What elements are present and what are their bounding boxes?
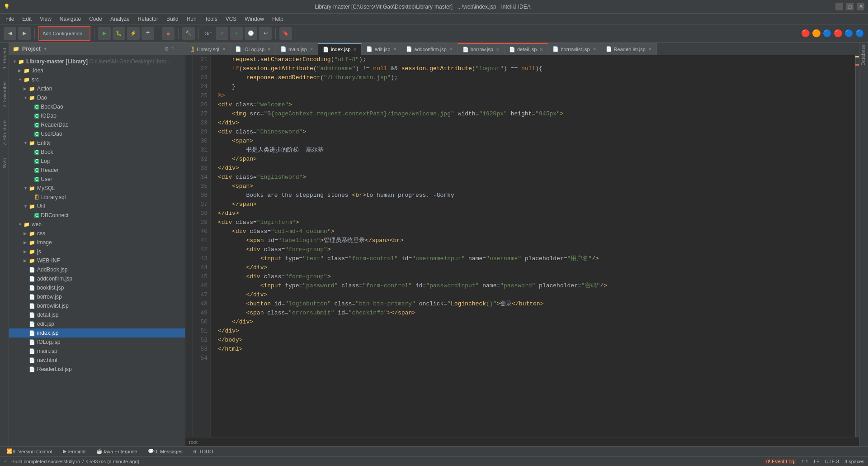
opera-icon[interactable]: 🔴 bbox=[834, 29, 843, 38]
database-panel-label[interactable]: Database bbox=[859, 43, 868, 67]
mainjsp-tab-close[interactable]: ✕ bbox=[310, 47, 313, 52]
menu-edit[interactable]: Edit bbox=[19, 15, 35, 23]
menu-run[interactable]: Run bbox=[183, 15, 200, 23]
tab-iologjsp[interactable]: 📄 IOLog.jsp ✕ bbox=[231, 43, 276, 55]
menu-refactor[interactable]: Refactor bbox=[134, 15, 162, 23]
messages-tab[interactable]: 💬 0: Messages bbox=[143, 447, 187, 456]
readerlistjsp-tab-close[interactable]: ✕ bbox=[648, 47, 652, 52]
panel-structure-label[interactable]: Z-Structure bbox=[1, 119, 8, 147]
tree-item-util[interactable]: ▼ 📁 Util bbox=[9, 202, 185, 211]
maximize-button[interactable]: □ bbox=[846, 3, 854, 10]
toolbar-back-button[interactable]: ◀ bbox=[4, 27, 16, 40]
menu-navigate[interactable]: Navigate bbox=[56, 15, 85, 23]
tree-item-readerdao[interactable]: C ReaderDao bbox=[9, 120, 185, 129]
tree-item-dao[interactable]: ▼ 📁 Dao bbox=[9, 93, 185, 102]
edge-icon[interactable]: 🔵 bbox=[823, 29, 832, 38]
tree-item-addbook[interactable]: 📄 AddBook.jsp bbox=[9, 265, 185, 274]
git-revert-button[interactable]: ↩ bbox=[259, 27, 272, 40]
librarysql-tab-close[interactable]: ✕ bbox=[222, 47, 226, 52]
tree-item-editjsp[interactable]: 📄 edit.jsp bbox=[9, 319, 185, 328]
version-control-tab[interactable]: 🔀 9: Version Control bbox=[2, 447, 57, 456]
tree-item-borrowjsp[interactable]: 📄 borrow.jsp bbox=[9, 292, 185, 301]
ie-icon[interactable]: 🔵 bbox=[844, 29, 854, 38]
tree-item-js[interactable]: ▶ 📁 js bbox=[9, 247, 185, 256]
menu-view[interactable]: View bbox=[36, 15, 55, 23]
tree-item-iologjsp[interactable]: 📄 IOLog.jsp bbox=[9, 338, 185, 347]
safari-icon[interactable]: 🔵 bbox=[855, 29, 864, 38]
tab-readerlistjsp[interactable]: 📄 ReaderList.jsp ✕ bbox=[601, 43, 657, 55]
tree-item-mysql[interactable]: ▼ 📁 MySQL bbox=[9, 184, 185, 193]
todo-tab[interactable]: 6: TODO bbox=[189, 447, 218, 456]
menu-help[interactable]: Help bbox=[269, 15, 287, 23]
tree-item-readerlistjsp[interactable]: 📄 ReaderList.jsp bbox=[9, 365, 185, 374]
tree-item-src[interactable]: ▼ 📁 src bbox=[9, 75, 185, 84]
borrowjsp-tab-close[interactable]: ✕ bbox=[496, 47, 500, 52]
addconfirmjsp-tab-close[interactable]: ✕ bbox=[449, 47, 453, 52]
code-content[interactable]: request.setCharacterEncoding("utf-8"); i… bbox=[211, 55, 855, 437]
tree-item-idea[interactable]: ▶ 📁 .idea bbox=[9, 66, 185, 75]
menu-window[interactable]: Window bbox=[241, 15, 268, 23]
code-editor[interactable]: 21222324 25262728 29303132 33343536 3738… bbox=[185, 55, 859, 437]
tree-root[interactable]: ▼ 📁 Library-master [Library] C:\Users\Mr… bbox=[9, 57, 185, 66]
chrome-icon[interactable]: 🔴 bbox=[801, 29, 810, 38]
tree-item-css[interactable]: ▶ 📁 css bbox=[9, 229, 185, 238]
detailjsp-tab-close[interactable]: ✕ bbox=[539, 47, 543, 52]
tree-item-image[interactable]: ▶ 📁 image bbox=[9, 238, 185, 247]
tab-addconfirmjsp[interactable]: 📄 addconfirm.jsp ✕ bbox=[401, 43, 458, 55]
project-minimize-button[interactable]: — bbox=[176, 46, 181, 52]
bookmarks-button[interactable]: 🔖 bbox=[279, 27, 292, 40]
tree-item-addconfirmjsp[interactable]: 📄 addconfirm.jsp bbox=[9, 274, 185, 283]
menu-tools[interactable]: Tools bbox=[201, 15, 221, 23]
git-commit-button[interactable]: ✓ bbox=[216, 27, 228, 40]
tab-indexjsp[interactable]: 📄 index.jsp ✕ bbox=[318, 43, 362, 55]
tree-item-borrowlistjsp[interactable]: 📄 borrowlist.jsp bbox=[9, 301, 185, 310]
tree-item-detailjsp[interactable]: 📄 detail.jsp bbox=[9, 310, 185, 319]
tree-item-iodao[interactable]: C IODao bbox=[9, 111, 185, 120]
panel-project-label[interactable]: 1: Project bbox=[1, 46, 8, 71]
menu-file[interactable]: File bbox=[2, 15, 18, 23]
stop-button[interactable]: ■ bbox=[162, 27, 175, 40]
firefox-icon[interactable]: 🟠 bbox=[812, 29, 821, 38]
git-history-button[interactable]: 🕐 bbox=[245, 27, 257, 40]
tab-borrowlistjsp[interactable]: 📄 borrowlist.jsp ✕ bbox=[548, 43, 601, 55]
tree-item-webinf[interactable]: ▶ 📁 WEB-INF bbox=[9, 256, 185, 265]
tab-borrowjsp[interactable]: 📄 borrow.jsp ✕ bbox=[458, 43, 505, 55]
tree-item-booklistjsp[interactable]: 📄 booklist.jsp bbox=[9, 283, 185, 292]
tree-item-user[interactable]: C User bbox=[9, 175, 185, 184]
terminal-tab[interactable]: ▶ Terminal bbox=[58, 447, 90, 456]
tree-item-entity[interactable]: ▼ 📁 Entity bbox=[9, 138, 185, 147]
tree-item-indexjsp[interactable]: 📄 index.jsp bbox=[9, 328, 185, 338]
tree-item-navhtml[interactable]: 📄 nav.html bbox=[9, 356, 185, 365]
menu-build[interactable]: Build bbox=[163, 15, 182, 23]
run-button[interactable]: ▶ bbox=[98, 27, 111, 40]
close-button[interactable]: ✕ bbox=[857, 3, 864, 10]
tree-item-log[interactable]: C Log bbox=[9, 157, 185, 166]
build-button[interactable]: 🔨 bbox=[182, 27, 195, 40]
debug-button[interactable]: 🐛 bbox=[113, 27, 125, 40]
project-dropdown-arrow[interactable]: ▼ bbox=[43, 47, 47, 51]
tree-item-action[interactable]: ▶ 📁 Action bbox=[9, 84, 185, 93]
menu-vcs[interactable]: VCS bbox=[222, 15, 241, 23]
java-enterprise-tab[interactable]: ☕ Java Enterprise bbox=[92, 447, 142, 456]
menu-code[interactable]: Code bbox=[85, 15, 106, 23]
profile-button[interactable]: ⚡ bbox=[127, 27, 140, 40]
tab-detailjsp[interactable]: 📄 detail.jsp ✕ bbox=[505, 43, 548, 55]
iologjsp-tab-close[interactable]: ✕ bbox=[267, 47, 271, 52]
panel-web-label[interactable]: Web bbox=[1, 156, 8, 170]
tab-editjsp[interactable]: 📄 edit.jsp ✕ bbox=[362, 43, 401, 55]
tree-item-userdao[interactable]: C UserDao bbox=[9, 129, 185, 138]
tree-item-book[interactable]: C Book bbox=[9, 147, 185, 157]
coverage-button[interactable]: ☂ bbox=[142, 27, 154, 40]
tab-librarysql[interactable]: 🗄 Library.sql ✕ bbox=[185, 43, 231, 55]
menu-analyze[interactable]: Analyze bbox=[107, 15, 133, 23]
project-settings-button[interactable]: ≡ bbox=[171, 46, 174, 52]
tree-item-web[interactable]: ▼ 📁 web bbox=[9, 220, 185, 229]
tree-item-mainjsp[interactable]: 📄 main.jsp bbox=[9, 347, 185, 356]
minimize-button[interactable]: ─ bbox=[835, 3, 843, 10]
indexjsp-tab-close[interactable]: ✕ bbox=[353, 47, 357, 52]
tree-item-reader[interactable]: C Reader bbox=[9, 166, 185, 175]
toolbar-forward-button[interactable]: ▶ bbox=[18, 27, 31, 40]
tree-item-librarysql[interactable]: 🗄 Library.sql bbox=[9, 193, 185, 202]
project-sync-button[interactable]: ⚙ bbox=[164, 46, 169, 52]
event-log[interactable]: 0! Event Log bbox=[764, 459, 796, 464]
